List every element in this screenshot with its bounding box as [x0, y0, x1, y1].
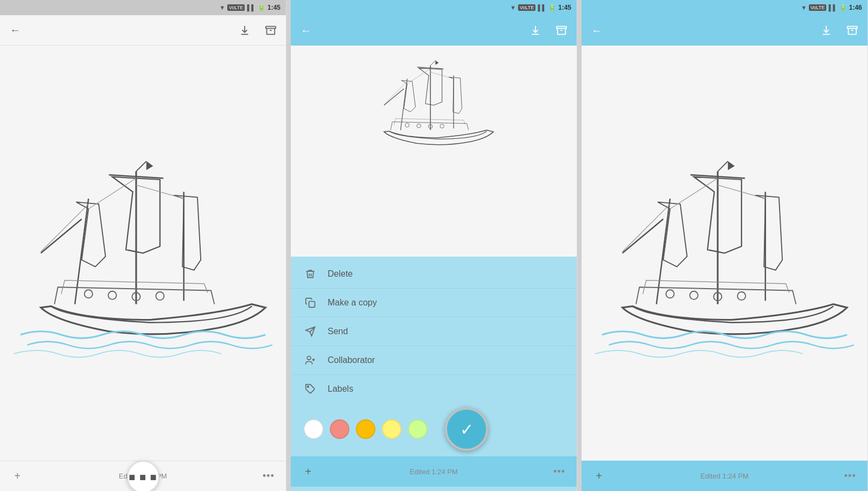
svg-line-9 — [41, 204, 88, 252]
svg-line-36 — [622, 219, 663, 253]
svg-point-44 — [690, 291, 698, 299]
back-button-3[interactable]: ← — [588, 22, 605, 39]
bottom-bar-2: + Edited 1:24 PM ••• — [291, 456, 577, 487]
color-dot-green[interactable] — [408, 419, 427, 439]
edited-text-3: Edited 1:24 PM — [700, 472, 749, 480]
phone-panel-1: ▼ VoLTE ▌▌ 🔋 1:45 ← — [0, 0, 286, 491]
top-bar-right-3 — [818, 22, 861, 39]
svg-point-46 — [737, 292, 745, 300]
wifi-icon-3: ▼ — [801, 4, 807, 11]
color-dot-white[interactable] — [304, 419, 323, 439]
svg-rect-0 — [266, 26, 276, 28]
phone-panel-2: ▼ VoLTE ▌▌ 🔋 1:45 ← — [291, 0, 577, 491]
three-dots-icon-2: ••• — [553, 466, 565, 477]
svg-line-20 — [430, 61, 435, 66]
svg-rect-14 — [557, 27, 566, 29]
volte-badge-3: VoLTE — [809, 4, 826, 11]
confirm-fab-button[interactable]: ✓ — [445, 407, 488, 451]
delete-label: Delete — [328, 269, 353, 279]
more-button-3[interactable]: ••• — [841, 467, 859, 484]
download-button-2[interactable] — [527, 22, 544, 39]
back-arrow-icon-1: ← — [10, 24, 21, 36]
status-icons-3: ▼ VoLTE ▌▌ 🔋 — [801, 4, 847, 11]
send-label: Send — [328, 327, 348, 336]
svg-point-32 — [308, 386, 309, 388]
archive-button-1[interactable] — [262, 22, 279, 39]
menu-item-labels[interactable]: Labels — [291, 376, 577, 402]
status-time-2: 1:45 — [558, 4, 571, 11]
plus-icon-1: + — [14, 470, 21, 482]
more-button-1[interactable]: ••• — [260, 468, 277, 485]
drawing-area-1 — [0, 46, 286, 461]
panel-gap-2-3 — [577, 0, 582, 491]
battery-icon: 🔋 — [258, 4, 265, 11]
status-bar-2: ▼ VoLTE ▌▌ 🔋 1:45 — [291, 0, 577, 15]
top-bar-3: ← — [582, 15, 867, 46]
svg-point-13 — [156, 292, 164, 300]
fab-dots-icon-1: ■ ■ ■ — [129, 471, 157, 483]
collaborator-icon — [304, 354, 317, 367]
svg-line-17 — [384, 88, 404, 105]
check-icon: ✓ — [460, 420, 474, 439]
svg-line-2 — [75, 199, 88, 304]
svg-point-25 — [417, 124, 420, 127]
download-button-1[interactable] — [236, 22, 253, 39]
copy-icon — [304, 296, 317, 309]
trash-icon — [304, 267, 317, 280]
labels-icon — [304, 382, 317, 396]
phone-panel-3: ▼ VoLTE ▌▌ 🔋 1:46 ← — [582, 0, 868, 491]
plus-icon-3: + — [596, 470, 602, 482]
battery-icon-2: 🔋 — [548, 4, 556, 11]
svg-point-11 — [108, 291, 117, 299]
status-time-3: 1:46 — [849, 4, 862, 11]
fab-button-1[interactable]: ■ ■ ■ — [127, 461, 159, 491]
status-icons-2: ▼ VoLTE ▌▌ 🔋 — [510, 4, 556, 11]
top-bar-left-2: ← — [297, 22, 315, 39]
svg-line-39 — [718, 161, 728, 171]
three-dots-icon-1: ••• — [263, 470, 275, 482]
divider-4 — [291, 374, 577, 375]
signal-icon-3: ▌▌ — [828, 4, 837, 11]
add-button-2[interactable]: + — [299, 463, 317, 480]
menu-item-collaborator[interactable]: Collaborator — [291, 347, 577, 373]
color-dots-row: ✓ — [291, 402, 577, 456]
add-button-1[interactable]: + — [9, 468, 26, 485]
plus-icon-2: + — [305, 466, 311, 478]
svg-line-16 — [400, 79, 407, 130]
menu-item-send[interactable]: Send — [291, 318, 577, 345]
svg-line-35 — [656, 199, 670, 304]
status-icons-1: ▼ VoLTE ▌▌ 🔋 — [219, 4, 265, 11]
ship-drawing-1 — [0, 46, 286, 461]
wifi-icon: ▼ — [219, 4, 225, 11]
menu-item-copy[interactable]: Make a copy — [291, 290, 577, 316]
add-button-3[interactable]: + — [590, 467, 608, 484]
collaborator-label: Collaborator — [328, 355, 375, 365]
back-button-2[interactable]: ← — [297, 22, 315, 39]
color-dot-orange[interactable] — [356, 419, 375, 439]
back-arrow-icon-3: ← — [591, 24, 602, 37]
panel-gap-1-2 — [286, 0, 291, 491]
svg-rect-28 — [309, 302, 315, 308]
archive-button-2[interactable] — [553, 22, 570, 39]
top-bar-right-2 — [527, 22, 570, 39]
status-time-1: 1:45 — [267, 4, 280, 11]
svg-line-21 — [407, 69, 431, 84]
color-dot-red[interactable] — [330, 419, 349, 439]
back-button-1[interactable]: ← — [7, 22, 24, 39]
divider-2 — [291, 317, 577, 317]
archive-button-3[interactable] — [844, 22, 861, 39]
svg-line-3 — [41, 219, 81, 253]
menu-item-delete[interactable]: Delete — [291, 261, 577, 287]
status-bar-1: ▼ VoLTE ▌▌ 🔋 1:45 — [0, 0, 286, 15]
drawing-area-3 — [582, 46, 867, 461]
svg-point-43 — [666, 290, 674, 298]
status-bar-3: ▼ VoLTE ▌▌ 🔋 1:46 — [582, 0, 867, 15]
back-arrow-icon-2: ← — [301, 24, 311, 37]
download-button-3[interactable] — [818, 22, 835, 39]
send-icon — [304, 325, 317, 338]
copy-label: Make a copy — [328, 298, 377, 308]
wifi-icon-2: ▼ — [510, 4, 516, 11]
more-button-2[interactable]: ••• — [551, 463, 568, 480]
ship-drawing-2 — [291, 46, 577, 165]
color-dot-yellow[interactable] — [382, 419, 401, 439]
